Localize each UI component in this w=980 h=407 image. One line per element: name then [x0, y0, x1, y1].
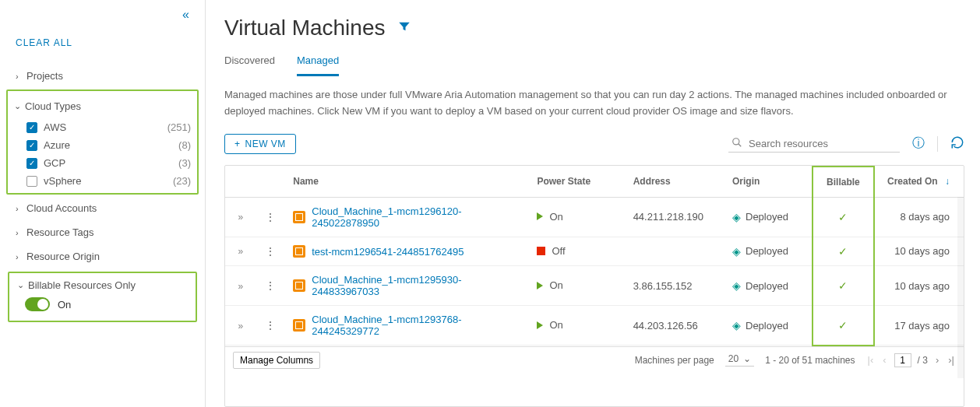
option-aws[interactable]: ✓ AWS (251) [20, 118, 197, 136]
page-title: Virtual Machines [224, 16, 385, 40]
filter-cloud-accounts[interactable]: › Cloud Accounts [9, 196, 196, 220]
col-address[interactable]: Address [626, 167, 724, 198]
filter-label: Projects [26, 70, 63, 82]
tab-discovered[interactable]: Discovered [224, 50, 275, 76]
prev-page-icon[interactable]: ‹ [881, 354, 887, 366]
checkbox-unchecked-icon[interactable] [26, 176, 37, 187]
option-count: (3) [178, 157, 191, 169]
filter-resource-origin[interactable]: › Resource Origin [9, 244, 196, 268]
next-page-icon[interactable]: › [934, 354, 940, 366]
per-page-select[interactable]: 20 ⌄ [725, 353, 754, 367]
filter-billable-only[interactable]: ⌄ Billable Resources Only [14, 278, 191, 293]
option-label: AWS [44, 121, 167, 133]
pager: |‹ ‹ / 3 › ›| [866, 353, 956, 367]
power-label: On [549, 211, 562, 223]
info-icon[interactable]: ⓘ [912, 135, 925, 152]
check-icon: ✓ [838, 245, 848, 258]
check-icon: ✓ [838, 211, 848, 223]
power-on-icon [537, 321, 543, 329]
svg-point-0 [733, 138, 739, 144]
search-input[interactable] [749, 138, 897, 149]
filter-cloud-types[interactable]: ⌄ Cloud Types [8, 94, 197, 118]
table-row[interactable]: »⋮Cloud_Machine_1-mcm1295930-24483396703… [225, 266, 964, 306]
origin-label: Deployed [746, 211, 788, 223]
tab-managed[interactable]: Managed [297, 50, 339, 76]
option-vsphere[interactable]: vSphere (23) [20, 172, 197, 190]
checkbox-checked-icon[interactable]: ✓ [26, 158, 37, 169]
search-resources[interactable] [728, 135, 900, 153]
expand-row-icon[interactable]: » [238, 246, 243, 257]
per-page-label: Machines per page [635, 355, 714, 366]
chevron-down-icon: ⌄ [17, 280, 28, 290]
first-page-icon[interactable]: |‹ [866, 354, 876, 366]
vm-icon [293, 319, 305, 332]
chevron-right-icon: › [16, 228, 26, 237]
table-row[interactable]: »⋮Cloud_Machine_1-mcm1296120-24502287895… [225, 197, 964, 237]
filter-icon[interactable] [397, 19, 411, 37]
address-cell: 3.86.155.152 [626, 266, 724, 306]
separator [937, 136, 938, 152]
refresh-icon[interactable] [950, 135, 964, 153]
scrollbar[interactable] [957, 197, 964, 378]
billable-toggle[interactable] [25, 297, 50, 311]
col-created[interactable]: Created On ↓ [874, 167, 964, 198]
new-vm-label: NEW VM [245, 139, 286, 149]
vm-name-link[interactable]: Cloud_Machine_1-mcm1295930-244833967033 [312, 274, 499, 297]
last-page-icon[interactable]: ›| [947, 354, 956, 366]
filter-label: Billable Resources Only [28, 279, 136, 291]
filter-resource-tags[interactable]: › Resource Tags [9, 220, 196, 244]
expand-row-icon[interactable]: » [238, 212, 243, 223]
vm-name-link[interactable]: Cloud_Machine_1-mcm1296120-245022878950 [312, 205, 499, 229]
col-origin[interactable]: Origin [724, 167, 813, 198]
col-name[interactable]: Name [285, 167, 529, 198]
plus-icon: + [234, 139, 241, 149]
deployed-icon: ◈ [732, 211, 741, 223]
row-actions-icon[interactable]: ⋮ [265, 279, 276, 292]
filter-sidebar: « CLEAR ALL › Projects ⌄ Cloud Types ✓ A… [0, 0, 206, 407]
checkbox-checked-icon[interactable]: ✓ [26, 140, 37, 151]
new-vm-button[interactable]: + NEW VM [224, 134, 296, 154]
clear-all-button[interactable]: CLEAR ALL [0, 30, 205, 64]
page-input[interactable] [894, 353, 911, 367]
check-icon: ✓ [838, 319, 848, 332]
range-text: 1 - 20 of 51 machines [765, 355, 855, 366]
vm-name-link[interactable]: test-mcm1296541-244851762495 [312, 246, 464, 258]
svg-line-1 [739, 143, 742, 146]
option-label: Azure [44, 139, 178, 151]
option-label: vSphere [44, 175, 173, 187]
collapse-sidebar-icon[interactable]: « [182, 8, 189, 21]
expand-row-icon[interactable]: » [238, 281, 243, 292]
address-cell [626, 237, 724, 266]
option-count: (23) [173, 175, 191, 187]
filter-projects[interactable]: › Projects [9, 64, 196, 88]
option-azure[interactable]: ✓ Azure (8) [20, 136, 197, 154]
row-actions-icon[interactable]: ⋮ [265, 245, 276, 258]
vm-icon [293, 211, 305, 223]
table-row[interactable]: »⋮Cloud_Machine_1-mcm1293768-24424532977… [225, 306, 964, 346]
origin-label: Deployed [746, 320, 788, 332]
page-description: Managed machines are those under full VM… [224, 87, 964, 120]
address-cell: 44.203.126.56 [626, 306, 724, 346]
origin-label: Deployed [746, 245, 788, 257]
col-billable[interactable]: Billable [813, 167, 874, 198]
check-icon: ✓ [838, 279, 848, 292]
chevron-right-icon: › [16, 204, 26, 213]
manage-columns-button[interactable]: Manage Columns [233, 352, 320, 369]
table-footer: Manage Columns Machines per page 20 ⌄ 1 … [225, 346, 964, 374]
checkbox-checked-icon[interactable]: ✓ [26, 122, 37, 133]
filter-label: Resource Tags [26, 226, 93, 238]
filter-label: Cloud Accounts [26, 202, 97, 214]
origin-label: Deployed [746, 280, 788, 292]
table-row[interactable]: »⋮test-mcm1296541-244851762495Off◈Deploy… [225, 237, 964, 266]
main-content: Virtual Machines Discovered Managed Mana… [206, 0, 980, 407]
row-actions-icon[interactable]: ⋮ [265, 319, 276, 332]
option-gcp[interactable]: ✓ GCP (3) [20, 154, 197, 172]
vm-name-link[interactable]: Cloud_Machine_1-mcm1293768-244245329772 [312, 314, 499, 337]
power-on-icon [537, 212, 543, 220]
filter-label: Cloud Types [25, 100, 81, 112]
power-label: On [549, 319, 562, 331]
expand-row-icon[interactable]: » [238, 321, 243, 332]
col-power[interactable]: Power State [529, 167, 625, 198]
row-actions-icon[interactable]: ⋮ [265, 211, 276, 223]
filter-label: Resource Origin [26, 251, 100, 262]
